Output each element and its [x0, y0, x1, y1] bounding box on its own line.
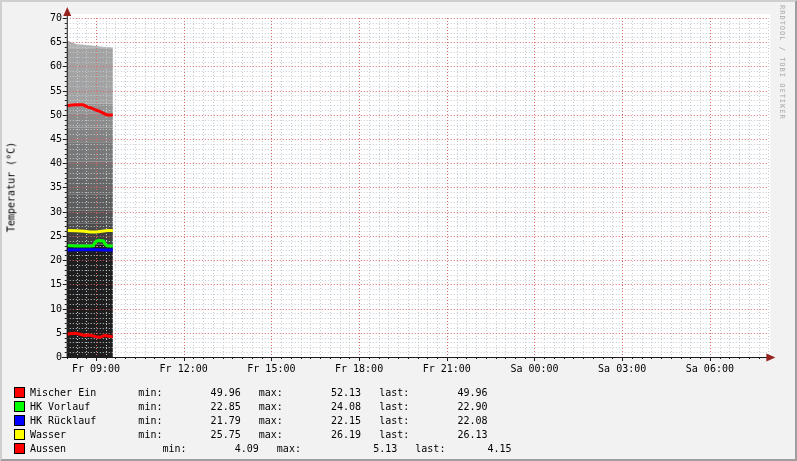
x-tick-label: Sa 06:00 — [680, 363, 740, 375]
y-tick-label: 0 — [30, 351, 62, 363]
y-tick-label: 65 — [30, 36, 62, 48]
legend-row: HK Vorlauf min: 22.85 max: 24.08 last: 2… — [2, 400, 795, 414]
legend-swatch — [14, 401, 25, 412]
x-tick-label: Sa 00:00 — [504, 363, 564, 375]
y-tick-label: 60 — [30, 60, 62, 72]
rrdtool-graph: Temperatur (°C) 051015202530354045505560… — [0, 0, 797, 461]
y-tick-label: 70 — [30, 12, 62, 24]
y-tick-label: 10 — [30, 303, 62, 315]
y-axis-label: Temperatur (°C) — [6, 142, 17, 232]
x-tick-label: Sa 03:00 — [592, 363, 652, 375]
legend-text: Wasser min: 25.75 max: 26.19 last: 26.13 — [30, 428, 488, 441]
legend-swatch — [14, 443, 25, 454]
y-tick-label: 20 — [30, 254, 62, 266]
x-tick-label: Fr 12:00 — [154, 363, 214, 375]
x-tick-label: Fr 18:00 — [329, 363, 389, 375]
y-tick-label: 45 — [30, 133, 62, 145]
legend-text: HK Vorlauf min: 22.85 max: 24.08 last: 2… — [30, 400, 488, 413]
legend-row: Wasser min: 25.75 max: 26.19 last: 26.13 — [2, 428, 795, 442]
legend-text: HK Rücklauf min: 21.79 max: 22.15 last: … — [30, 414, 488, 427]
y-tick-label: 55 — [30, 85, 62, 97]
watermark-text: RRDTOOL / TOBI OETIKER — [778, 5, 786, 120]
legend-row: HK Rücklauf min: 21.79 max: 22.15 last: … — [2, 414, 795, 428]
y-tick-label: 40 — [30, 157, 62, 169]
legend-row: Mischer Ein min: 49.96 max: 52.13 last: … — [2, 386, 795, 400]
x-tick-label: Fr 09:00 — [66, 363, 126, 375]
y-tick-label: 50 — [30, 109, 62, 121]
y-tick-label: 15 — [30, 278, 62, 290]
legend-row: Aussen min: 4.09 max: 5.13 last: 4.15 — [2, 442, 795, 456]
x-tick-label: Fr 21:00 — [417, 363, 477, 375]
legend-swatch — [14, 429, 25, 440]
y-tick-label: 25 — [30, 230, 62, 242]
legend-text: Mischer Ein min: 49.96 max: 52.13 last: … — [30, 386, 488, 399]
y-tick-label: 30 — [30, 206, 62, 218]
y-tick-label: 5 — [30, 327, 62, 339]
y-tick-label: 35 — [30, 181, 62, 193]
x-tick-label: Fr 15:00 — [241, 363, 301, 375]
legend-swatch — [14, 415, 25, 426]
legend-text: Aussen min: 4.09 max: 5.13 last: 4.15 — [30, 442, 512, 455]
legend-swatch — [14, 387, 25, 398]
